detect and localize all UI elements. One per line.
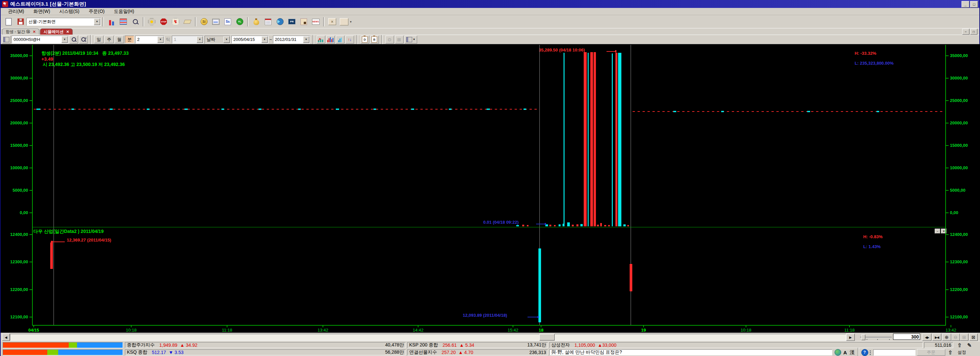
workspace-combo-value: 선물-기본화면 [29, 19, 56, 25]
blank-tool-button[interactable] [338, 16, 350, 27]
menu-help[interactable]: 도움말(H) [109, 8, 138, 15]
line-chart-style-button[interactable]: ↗ [317, 36, 325, 44]
y-axis-right [945, 45, 946, 325]
slider-tick [867, 339, 867, 340]
quote-board-button[interactable] [117, 16, 129, 27]
menu-screen[interactable]: 화면(W) [29, 8, 55, 15]
scroll-left-button[interactable]: ◀ [2, 334, 10, 341]
tool-hexagon-button[interactable] [146, 16, 158, 27]
news-button[interactable]: NEWS [310, 16, 321, 27]
sort-updown-button[interactable]: ↑↓ [345, 36, 354, 44]
zoom-out-button[interactable] [69, 36, 78, 44]
tab-close-icon[interactable]: ✕ [66, 30, 69, 34]
zoom-document-button[interactable] [129, 16, 141, 27]
upload-button-2[interactable]: ⇧ [945, 350, 955, 356]
layout-button[interactable]: ▼ [404, 36, 417, 44]
tab-hangseng-daily[interactable]: 항셍 - 일간 ⑭ ✕ [2, 28, 39, 35]
pr-monitor-button[interactable]: PR [286, 16, 298, 27]
quick-order-input[interactable] [873, 350, 916, 356]
restore-button[interactable]: □ [970, 1, 978, 8]
chevron-down-icon[interactable]: ▼ [261, 36, 268, 43]
zoom-slider-handle[interactable] [861, 335, 865, 340]
toolbar-separator [382, 35, 383, 44]
symbol-combo[interactable]: 00000HSI@H ▼ [11, 36, 68, 44]
price-dash-line [633, 111, 945, 112]
memo-button[interactable] [298, 16, 310, 27]
location-button[interactable] [834, 349, 842, 356]
date-mode-combo[interactable]: 날짜 ▼ [205, 36, 231, 44]
price-dash-cyan [721, 111, 724, 112]
menu-system[interactable]: 시스템(S) [55, 8, 84, 15]
collapse-bars-button[interactable]: ▶◀ [932, 334, 941, 341]
bars-count-input[interactable] [893, 334, 920, 340]
x-tick [643, 325, 644, 327]
more-options-icon[interactable]: ⋮ [869, 350, 872, 356]
yl-tool-button[interactable]: YL [234, 16, 246, 27]
clipboard-b-button[interactable]: B [370, 36, 379, 44]
ksp200-box: KSP 200 종합 256.61 ▲ 5.34 13,741만 [407, 342, 548, 348]
fit-window-button[interactable]: × [326, 16, 338, 27]
mdi-minimize-button[interactable]: − [962, 29, 969, 35]
minimize-button[interactable]: _ [961, 1, 969, 8]
samsung-volume-box: 511,016 [924, 342, 953, 348]
tab-close-icon[interactable]: ✕ [33, 30, 36, 34]
pane-minimize-button[interactable]: − [935, 229, 940, 234]
menu-manage[interactable]: 관리(M) [3, 8, 29, 15]
money-bag-button[interactable] [250, 16, 262, 27]
chevron-down-icon[interactable]: ▼ [62, 36, 68, 43]
pane1-y-label: 15000,00 [1, 143, 28, 148]
scrollbar-track[interactable] [10, 334, 846, 340]
toolbar-overflow-dot[interactable]: ▾ [350, 20, 352, 24]
upload-button[interactable]: ⇧ [955, 342, 964, 348]
minute-value-combo[interactable]: 2 ▼ [135, 36, 164, 44]
period-minute-button[interactable]: 분 [125, 36, 134, 43]
period-day-button[interactable]: 일 [94, 36, 103, 43]
mdi-restore-button[interactable]: □ [970, 29, 977, 35]
panel-toggle-button[interactable] [2, 36, 11, 44]
zoom-in-button[interactable]: + [79, 36, 88, 44]
y-tick [29, 234, 32, 235]
chart-area[interactable]: 항셍(2분) 2011/04/19 10:34 종 23,497.33 +3.4… [1, 44, 980, 332]
colored-bars-button[interactable] [326, 36, 335, 44]
chevron-down-icon[interactable]: ▼ [94, 19, 100, 25]
news-ticker[interactable]: 與·野, 설에 만난 바닥민심 표정은? [549, 350, 832, 355]
mini-chart-button[interactable] [210, 16, 222, 27]
calendar-button[interactable] [262, 16, 274, 27]
pie-chart-button[interactable] [274, 16, 286, 27]
si-tool-button[interactable]: Si [198, 16, 210, 27]
period-month-button[interactable]: 월 [115, 36, 124, 43]
pane1-y-label: 0,00 [1, 210, 28, 215]
close-strip-button[interactable]: ⊠ [969, 334, 978, 341]
menu-order[interactable]: 주문(O) [84, 8, 109, 15]
clipboard-d-button[interactable]: D [361, 36, 369, 44]
lang-english-indicator[interactable]: A [842, 350, 848, 355]
scroll-right-button[interactable]: ▶ [846, 334, 855, 341]
pane1-y-label: 10000,00 [1, 165, 28, 170]
scrollbar-thumb[interactable] [539, 334, 555, 340]
new-window-button[interactable] [3, 16, 14, 27]
y-tick [946, 290, 948, 290]
small-bars-button[interactable] [336, 36, 344, 44]
chevron-down-icon[interactable]: ▼ [223, 36, 230, 43]
expand-bars-button[interactable]: ◀▶ [922, 334, 931, 341]
tab-simulation[interactable]: 시뮬레이션 ✕ [40, 28, 73, 35]
ss-tool-button[interactable]: Ss [222, 16, 234, 27]
lang-hanja-indicator[interactable]: 漢 [848, 350, 856, 356]
period-week-button[interactable]: 주 [105, 36, 114, 43]
settings-button[interactable]: 설정 [955, 350, 969, 355]
lightning-button[interactable]: ↯ [170, 16, 181, 27]
chevron-down-icon[interactable]: ▼ [303, 36, 309, 43]
date-to-combo[interactable]: 2012/01/31 ▼ [273, 36, 310, 44]
stop-button[interactable]: STOP [158, 16, 170, 27]
date-from-combo[interactable]: 2005/04/15 ▼ [231, 36, 268, 44]
eraser-button[interactable] [181, 16, 193, 27]
workspace-combo[interactable]: 선물-기본화면 ▼ [27, 18, 101, 26]
zoom-in-chart-button[interactable]: ⊕ [942, 334, 951, 341]
chevron-down-icon[interactable]: ▼ [158, 36, 164, 43]
price-bar [590, 52, 593, 226]
edit-icon: ✎ [967, 342, 971, 348]
candlestick-chart-button[interactable] [105, 16, 117, 27]
edit-memo-button[interactable]: ✎ [964, 342, 974, 348]
save-button[interactable] [14, 16, 27, 27]
y-tick [946, 168, 948, 168]
